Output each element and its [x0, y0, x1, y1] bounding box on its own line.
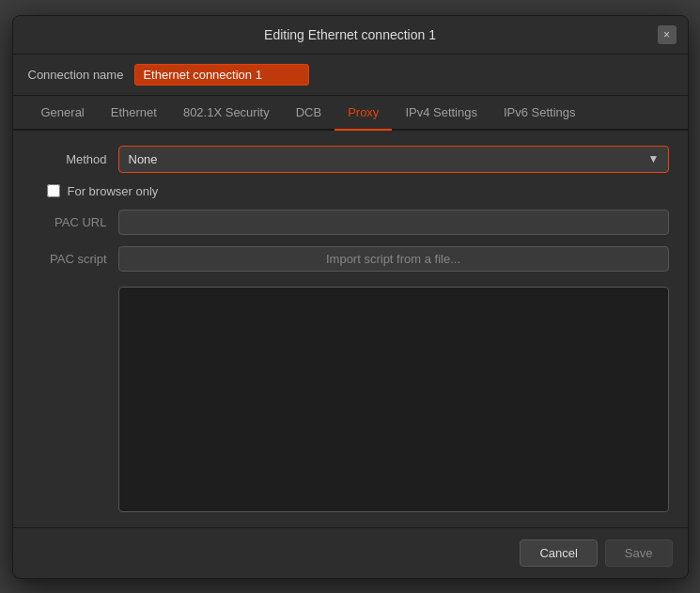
tab-general[interactable]: General [28, 96, 98, 131]
connection-name-input[interactable] [134, 64, 309, 86]
dialog-title: Editing Ethernet connection 1 [264, 27, 436, 42]
pac-url-label: PAC URL [32, 215, 107, 229]
browser-only-checkbox[interactable] [47, 184, 60, 197]
browser-only-row: For browser only [32, 184, 669, 198]
connection-name-label: Connection name [28, 68, 124, 82]
tab-ipv6[interactable]: IPv6 Settings [490, 96, 589, 131]
pac-url-row: PAC URL [32, 210, 669, 235]
method-label: Method [32, 152, 107, 166]
proxy-content: Method None Automatic Manual ▼ For brows… [13, 131, 688, 527]
script-text-area[interactable] [118, 287, 669, 512]
connection-name-row: Connection name [13, 55, 688, 96]
pac-script-import-button[interactable]: Import script from a file... [118, 246, 669, 272]
close-button[interactable]: × [658, 25, 677, 44]
cancel-button[interactable]: Cancel [520, 539, 597, 567]
pac-script-label: PAC script [32, 252, 107, 266]
tabs-row: General Ethernet 802.1X Security DCB Pro… [13, 96, 688, 131]
tab-dcb[interactable]: DCB [283, 96, 334, 131]
tab-ethernet[interactable]: Ethernet [98, 96, 170, 131]
save-button[interactable]: Save [605, 539, 673, 567]
tab-security[interactable]: 802.1X Security [170, 96, 283, 131]
editing-dialog: Editing Ethernet connection 1 × Connecti… [12, 15, 689, 579]
browser-only-label[interactable]: For browser only [68, 184, 159, 198]
title-bar: Editing Ethernet connection 1 × [13, 16, 688, 55]
method-select[interactable]: None Automatic Manual [118, 146, 669, 173]
tab-proxy[interactable]: Proxy [334, 96, 392, 131]
dialog-footer: Cancel Save [13, 527, 688, 578]
method-select-wrapper: None Automatic Manual ▼ [118, 146, 669, 173]
pac-script-row: PAC script Import script from a file... [32, 246, 669, 272]
tab-ipv4[interactable]: IPv4 Settings [392, 96, 490, 131]
method-row: Method None Automatic Manual ▼ [32, 146, 669, 173]
pac-url-input[interactable] [118, 210, 669, 235]
